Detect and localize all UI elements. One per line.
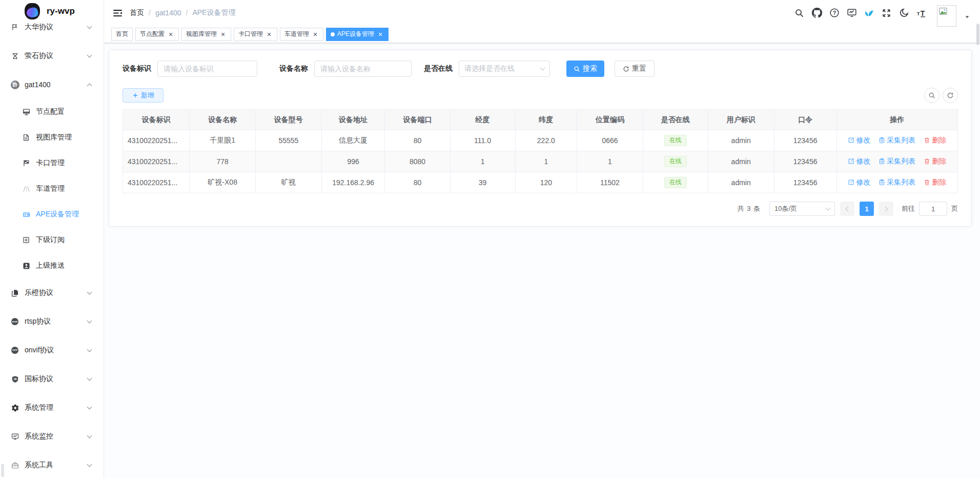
- sidebar-item-system-management[interactable]: 系统管理: [0, 393, 104, 422]
- screen-chart-icon[interactable]: [846, 7, 857, 18]
- sidebar-item-gat1400[interactable]: 协 gat1400: [0, 70, 104, 99]
- prev-page-button[interactable]: [840, 202, 854, 216]
- search-icon: [928, 92, 935, 99]
- refresh-button[interactable]: [943, 88, 958, 103]
- collect-list-link[interactable]: 采集列表: [879, 178, 915, 187]
- cell-location-code: 11502: [577, 172, 643, 193]
- help-icon[interactable]: ?: [829, 7, 840, 18]
- sidebar-item-label: rtsp协议: [25, 317, 88, 326]
- col-online-status: 是否在线: [643, 110, 708, 130]
- sidebar-item-system-monitor[interactable]: 系统监控: [0, 422, 104, 451]
- clipboard-icon: [879, 179, 885, 186]
- sidebar-item-system-tools[interactable]: 系统工具: [0, 451, 104, 478]
- online-status-select[interactable]: 请选择是否在线: [459, 61, 550, 77]
- sidebar-item-label: 大华协议: [25, 23, 88, 32]
- plus-icon: [132, 92, 138, 98]
- status-badge: 在线: [664, 177, 687, 188]
- sidebar-item-checkpoint-management[interactable]: 卡口管理: [0, 150, 104, 176]
- device-id-input[interactable]: [157, 61, 257, 77]
- collect-list-link[interactable]: 采集列表: [879, 136, 915, 145]
- page-scrollbar[interactable]: [976, 24, 979, 45]
- close-icon[interactable]: ×: [219, 31, 227, 38]
- edit-link[interactable]: 修改: [848, 136, 870, 145]
- sidebar-item-ape-device-management[interactable]: APE设备管理: [0, 202, 104, 227]
- cell-device-model: 旷视: [256, 172, 322, 193]
- github-icon[interactable]: [811, 7, 822, 18]
- active-dot-icon: [331, 32, 335, 36]
- tag-lane-management[interactable]: 车道管理 ×: [280, 28, 323, 41]
- close-icon[interactable]: ×: [266, 31, 273, 38]
- cell-password: 123456: [774, 172, 836, 193]
- reset-button[interactable]: 重置: [615, 61, 655, 77]
- sidebar-item-onvif-protocol[interactable]: ONVIF onvif协议: [0, 336, 104, 365]
- edit-icon: [848, 179, 854, 186]
- dolphin-icon[interactable]: [864, 7, 874, 18]
- page-size-select[interactable]: 10条/页: [769, 202, 835, 216]
- trash-icon: [924, 179, 930, 186]
- sidebar-item-superior-push[interactable]: 上级推送: [0, 253, 104, 278]
- tag-checkpoint-management[interactable]: 卡口管理 ×: [234, 28, 277, 41]
- toolbar-right: [924, 88, 958, 103]
- svg-text:28: 28: [13, 377, 16, 381]
- cell-device-address: 192.168.2.96: [321, 172, 385, 193]
- sidebar-item-gb-protocol[interactable]: 28 国标协议: [0, 365, 104, 393]
- delete-link[interactable]: 删除: [924, 136, 946, 145]
- edit-link[interactable]: 修改: [848, 157, 870, 166]
- device-name-input[interactable]: [314, 61, 412, 77]
- sidebar-item-lechange-protocol[interactable]: 乐橙协议: [0, 278, 104, 307]
- tag-label: 节点配置: [140, 30, 165, 38]
- tag-home[interactable]: 首页: [111, 28, 133, 41]
- font-size-icon[interactable]: TT: [916, 7, 927, 18]
- chevron-down-icon: [87, 24, 92, 29]
- delete-link[interactable]: 删除: [924, 157, 946, 166]
- sidebar-item-rtsp-protocol[interactable]: RTSP rtsp协议: [0, 307, 104, 336]
- search-icon[interactable]: [794, 7, 805, 18]
- close-icon[interactable]: ×: [167, 31, 174, 38]
- tag-ape-device-management[interactable]: APE设备管理 ×: [326, 28, 389, 41]
- breadcrumb-home[interactable]: 首页: [130, 8, 144, 17]
- briefcase-icon: [10, 461, 19, 470]
- sidebar-menu: 大华协议 萤石协议 协 gat1400 节点配置 视图库管理 卡口管理: [0, 13, 104, 478]
- edit-link[interactable]: 修改: [848, 178, 870, 187]
- col-latitude: 纬度: [515, 110, 577, 130]
- sidebar-item-node-config[interactable]: 节点配置: [0, 99, 104, 125]
- sidebar-toggle-icon[interactable]: [104, 8, 130, 18]
- clipboard-icon: [879, 137, 885, 144]
- sidebar-item-lane-management[interactable]: 车道管理: [0, 176, 104, 202]
- svg-text:RTSP: RTSP: [12, 321, 17, 323]
- sidebar-item-ezviz-protocol[interactable]: 萤石协议: [0, 42, 104, 70]
- avatar[interactable]: [937, 5, 956, 27]
- dropdown-caret-icon[interactable]: [965, 14, 970, 19]
- next-page-button[interactable]: [879, 202, 893, 216]
- sidebar-item-label: 国标协议: [25, 374, 88, 384]
- add-button[interactable]: 新增: [122, 88, 164, 103]
- trash-icon: [924, 158, 930, 165]
- document-library-icon: [22, 133, 31, 142]
- sidebar-item-label: 视图库管理: [36, 133, 91, 142]
- app-title: ry-wvp: [47, 6, 75, 16]
- collect-list-link[interactable]: 采集列表: [879, 157, 915, 166]
- goto-page-input[interactable]: [919, 202, 947, 216]
- close-icon[interactable]: ×: [377, 31, 384, 38]
- dark-mode-moon-icon[interactable]: [899, 7, 909, 18]
- breadcrumb-gat1400[interactable]: gat1400: [155, 9, 181, 17]
- delete-link[interactable]: 删除: [924, 178, 946, 187]
- page-unit-label: 页: [951, 204, 958, 213]
- tag-label: 卡口管理: [238, 30, 263, 38]
- search-button[interactable]: 搜索: [566, 61, 604, 77]
- sidebar-item-label: 系统工具: [25, 461, 88, 470]
- chevron-down-icon: [87, 404, 92, 409]
- total-count: 共 3 条: [738, 204, 761, 213]
- tag-viewlib-management[interactable]: 视图库管理 ×: [181, 28, 231, 41]
- subscribe-grid-icon: [22, 235, 31, 245]
- close-icon[interactable]: ×: [312, 31, 319, 38]
- page-number-current[interactable]: 1: [860, 202, 874, 216]
- fullscreen-icon[interactable]: [881, 7, 892, 18]
- app-logo[interactable]: ry-wvp: [0, 0, 104, 23]
- sidebar-item-viewlib-management[interactable]: 视图库管理: [0, 125, 104, 150]
- toggle-search-button[interactable]: [924, 88, 940, 103]
- cell-device-port: 80: [385, 130, 450, 151]
- col-device-id: 设备标识: [123, 110, 190, 130]
- tag-node-config[interactable]: 节点配置 ×: [135, 28, 179, 41]
- sidebar-item-sub-subscribe[interactable]: 下级订阅: [0, 227, 104, 253]
